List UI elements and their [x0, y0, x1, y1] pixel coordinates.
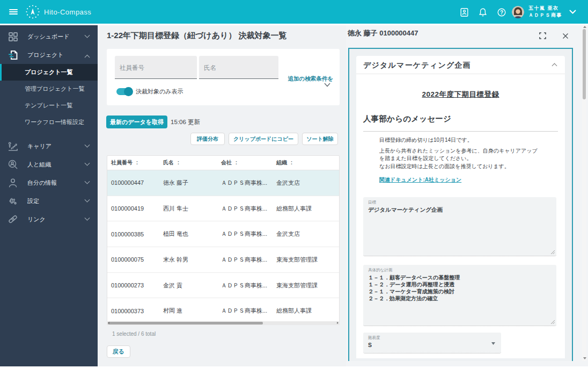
svg-text:?: ? [500, 10, 503, 16]
